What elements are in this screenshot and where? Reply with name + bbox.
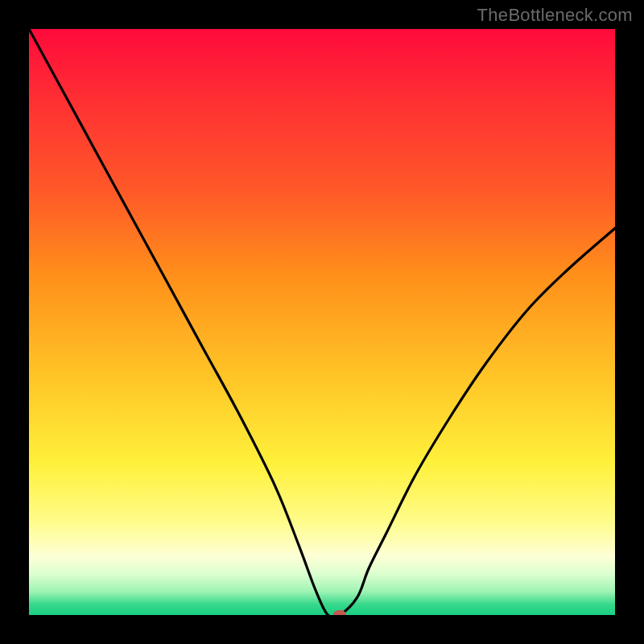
chart-frame: TheBottleneck.com bbox=[0, 0, 644, 644]
bottleneck-curve bbox=[29, 29, 615, 615]
curve-layer bbox=[29, 29, 615, 615]
optimal-point-marker bbox=[333, 610, 346, 615]
watermark-text: TheBottleneck.com bbox=[477, 5, 633, 26]
plot-area bbox=[29, 29, 615, 615]
